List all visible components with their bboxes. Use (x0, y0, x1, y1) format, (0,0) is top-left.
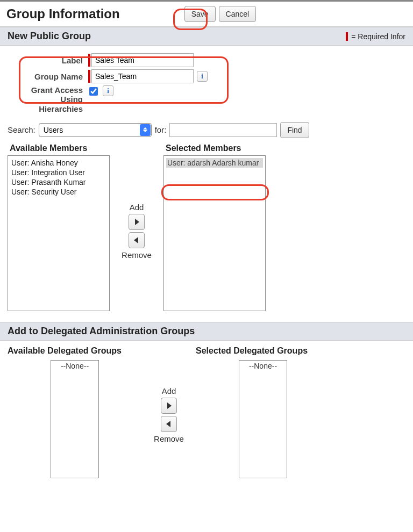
section-delegated: Add to Delegated Administration Groups (0, 322, 413, 341)
add-label: Add (130, 203, 144, 212)
available-delegated-header: Available Delegated Groups (8, 346, 122, 356)
available-members-listbox[interactable]: User: Anisha Honey User: Integration Use… (8, 155, 110, 311)
for-label: for: (155, 125, 167, 134)
remove-label: Remove (122, 250, 152, 260)
available-members-header: Available Members (8, 143, 110, 153)
delegated-controls: Add Remove (142, 346, 196, 478)
label-field-label: Label (8, 56, 88, 65)
section-title: Add to Delegated Administration Groups (8, 326, 195, 337)
list-item[interactable]: User: Anisha Honey (10, 158, 107, 168)
list-item[interactable]: --None-- (52, 362, 97, 370)
members-dual-list: Available Members User: Anisha Honey Use… (0, 143, 413, 322)
search-label: Search: (8, 125, 35, 134)
info-icon[interactable]: i (197, 71, 208, 82)
required-bar-icon (346, 32, 348, 41)
add-button[interactable] (129, 214, 145, 230)
groupname-input[interactable] (91, 69, 194, 83)
label-input[interactable] (91, 53, 194, 67)
page-title: Group Information (6, 6, 120, 21)
section-title: New Public Group (8, 31, 91, 42)
remove-button[interactable] (129, 232, 145, 248)
selected-delegated-listbox[interactable]: --None-- (239, 360, 287, 478)
search-for-input[interactable] (169, 123, 277, 137)
svg-marker-3 (166, 421, 170, 427)
list-item[interactable]: User: adarsh Adarsh kumar (166, 158, 263, 168)
search-select[interactable]: Users (39, 123, 152, 137)
list-item[interactable]: --None-- (240, 362, 286, 370)
delegated-area: Available Delegated Groups --None-- Add … (0, 341, 413, 484)
required-legend: = Required Infor (346, 32, 405, 41)
remove-label: Remove (154, 434, 184, 443)
svg-marker-1 (134, 237, 138, 243)
required-legend-text: = Required Infor (351, 32, 405, 41)
required-indicator-icon (88, 54, 90, 67)
remove-button[interactable] (161, 416, 177, 432)
available-delegated-listbox[interactable]: --None-- (51, 360, 99, 478)
grant-access-checkbox[interactable] (89, 87, 98, 96)
add-button[interactable] (161, 398, 177, 414)
svg-marker-2 (167, 402, 172, 409)
header-buttons: Save Cancel (184, 6, 257, 22)
section-new-public-group: New Public Group = Required Infor (0, 27, 413, 46)
list-item[interactable]: User: Prasanth Kumar (10, 177, 107, 187)
find-button[interactable]: Find (280, 122, 309, 138)
cancel-button[interactable]: Cancel (219, 6, 257, 22)
list-item[interactable]: User: Integration User (10, 168, 107, 177)
search-row: Search: Users for: Find (0, 121, 413, 143)
form-area: Label Group Name i Grant Access Using Hi… (0, 46, 413, 121)
required-indicator-icon (88, 70, 90, 83)
selected-members-header: Selected Members (163, 143, 266, 153)
add-label: Add (162, 386, 176, 396)
list-item[interactable]: User: Security User (10, 187, 107, 197)
members-controls: Add Remove (110, 143, 163, 311)
selected-members-listbox[interactable]: User: adarsh Adarsh kumar (163, 155, 266, 311)
grant-access-label: Grant Access Using Hierarchies (8, 85, 88, 113)
header-bar: Group Information Save Cancel (0, 0, 413, 27)
info-icon[interactable]: i (103, 85, 113, 96)
svg-marker-0 (135, 219, 139, 225)
selected-delegated-header: Selected Delegated Groups (196, 346, 308, 356)
save-button[interactable]: Save (184, 6, 216, 22)
groupname-field-label: Group Name (8, 72, 88, 81)
